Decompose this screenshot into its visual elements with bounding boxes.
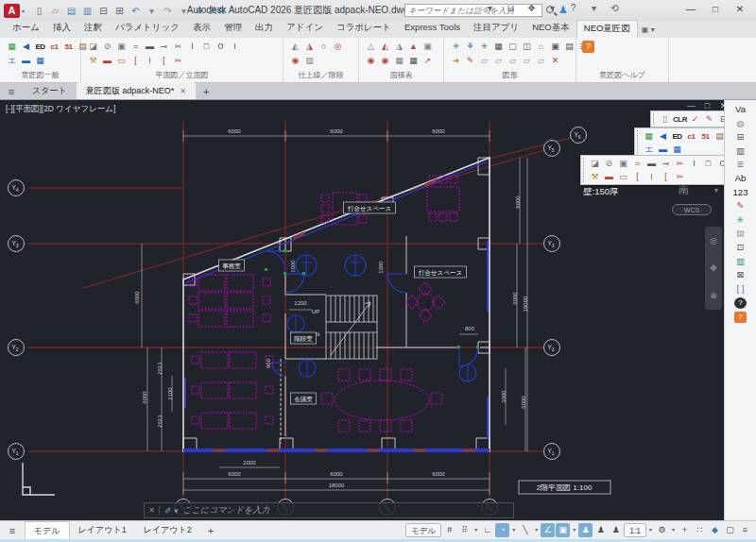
tool-icon[interactable]: ⚒ [87,55,99,67]
tool-icon[interactable]: ▥ [303,55,316,67]
frame-icon[interactable]: ⊡ [730,241,751,255]
tool-icon[interactable]: ✎ [703,113,715,126]
ortho-icon[interactable]: ∟ [480,523,494,537]
visual-style-icon[interactable]: Va [730,103,751,117]
command-input[interactable]: ここにコマンドを入力 [183,504,270,517]
ribbon-tab-表示[interactable]: 表示 [186,20,217,38]
plot-icon[interactable]: ⊟ [96,6,111,16]
new-file-icon[interactable]: ▯ [32,6,46,16]
tool-icon[interactable]: ✳ [478,41,490,53]
ribbon-tab-アドイン[interactable]: アドイン [280,20,330,38]
tool-icon[interactable]: ▣ [115,41,128,53]
tool-icon[interactable]: ⌂ [535,41,547,53]
tool-icon[interactable]: ➜ [450,55,462,67]
tool-icon[interactable]: ✳ [450,41,462,53]
clean-screen-icon[interactable]: ▢ [723,523,737,537]
tool-icon[interactable]: ✎ [464,55,476,67]
polar-tracking-icon[interactable]: ◔ [495,523,509,537]
scale-label[interactable]: 1:1 [624,523,646,537]
tool-icon[interactable]: △ [365,41,377,53]
osnap-tracking-icon[interactable]: ∠ [541,523,555,537]
logo-caret-icon[interactable]: ▾ [22,8,25,14]
tool-icon[interactable]: ✓ [689,113,701,126]
osnap-caret-icon[interactable]: ▾ [571,523,577,537]
tool-icon[interactable]: ◀ [657,130,669,143]
snap-icon[interactable]: ⠿ [457,523,472,537]
layout-tab-モデル[interactable]: モデル [25,521,70,539]
tool-icon[interactable]: ▲ [407,41,420,53]
tool-icon[interactable]: ＝ [129,41,142,53]
help-icon[interactable]: ? [566,3,580,13]
ribbon-group-label[interactable]: 図形 [446,70,574,82]
tool-icon[interactable]: ⚘ [464,41,476,53]
osnap-icon[interactable]: ▣ [556,523,570,537]
number-style-icon[interactable]: 123 [730,186,751,200]
command-tools-icon[interactable]: ✐ ▾ [160,506,183,516]
scale-caret-icon[interactable]: ▾ [647,523,654,537]
tool-icon[interactable]: ▭ [115,55,128,67]
tool-icon[interactable]: ✂ [674,158,686,170]
neo-help-icon[interactable]: ? [730,310,751,324]
graphics-performance-icon[interactable]: ◆ [708,523,722,537]
tool-icon[interactable]: ◉ [379,55,391,67]
tool-icon[interactable]: ✕ [549,55,561,67]
ribbon-group-label[interactable]: 仕上線／階段 [285,70,356,82]
tool-icon[interactable]: ▬ [101,55,113,67]
tool-icon[interactable]: ▣ [617,158,629,170]
annotation-scale-icon[interactable]: ♟ [609,523,623,537]
command-line[interactable]: ✕ ✐ ▾ ここにコマンドを入力 [144,502,514,518]
tool-icon[interactable]: ▬ [657,144,669,156]
layout-tab-レイアウト2[interactable]: レイアウト2 [135,521,200,539]
tool-icon[interactable]: ▦ [671,144,683,156]
help-icon[interactable]: ? [730,296,751,310]
tool-icon[interactable]: ↗ [421,55,434,67]
ribbon-group-label[interactable]: 平面図／立面図 [83,70,281,82]
annotation-plus-icon[interactable]: + [678,523,692,537]
search-caret-icon[interactable]: ▾ [483,3,497,13]
minimize-button[interactable]: — [679,0,703,19]
ribbon-tab-注目アプリ[interactable]: 注目アプリ [467,20,525,38]
tool-icon[interactable]: ▱ [492,55,505,67]
tool-icon[interactable]: ◮ [393,41,405,53]
new-layout-button[interactable]: + [200,525,221,536]
toolbar-grip[interactable] [583,158,586,182]
ribbon-group-label[interactable]: 意匠図ヘルプ [578,70,666,82]
tool-icon[interactable]: □ [200,41,213,53]
tool-icon[interactable]: ◫ [521,41,533,53]
tool-icon[interactable]: エ [6,55,18,67]
close-button[interactable]: ✕ [728,0,752,19]
tool-icon[interactable]: ◪ [87,41,99,53]
tool-icon[interactable]: ▦ [34,55,46,67]
tool-icon[interactable]: Ｉ [645,171,658,183]
print-icon[interactable]: ⊞ [112,6,127,16]
pan-icon[interactable]: ✥ [710,263,717,273]
zoom-icon[interactable]: ⊕ [710,291,717,300]
ribbon-tab-Express Tools[interactable]: Express Tools [398,20,467,38]
tool-icon[interactable]: [ [660,171,672,183]
ribbon-tab-NEO基本[interactable]: NEO基本 [525,20,576,38]
tool-icon[interactable]: ▱ [521,55,533,67]
xref-icon[interactable]: ⊠ [730,268,751,282]
tool-icon[interactable]: ⊸ [660,158,672,170]
tab-close-icon[interactable]: ✕ [180,87,186,95]
tool-icon[interactable]: ▱ [507,55,519,67]
isodraft-caret-icon[interactable]: ▾ [533,523,540,537]
help-caret-icon[interactable]: ▾ [587,3,601,13]
tab-start[interactable]: スタート [23,82,77,99]
tool-icon[interactable]: ▭ [617,171,629,183]
tool-icon[interactable]: ▤ [563,41,576,53]
material-icon[interactable]: ▥ [730,144,751,159]
tool-icon[interactable]: ED [671,130,683,143]
share-icon[interactable]: ✈ [193,6,207,16]
tool-icon[interactable]: ◮ [303,41,316,53]
viewport-controls-label[interactable]: [-][平面図][2D ワイヤフレーム] [6,104,115,115]
brackets-icon[interactable]: [ ] [730,282,751,296]
tool-icon[interactable]: ▬ [144,41,156,53]
tool-icon[interactable]: [ [129,55,142,67]
toolbar-grip[interactable] [637,130,640,155]
tool-icon[interactable]: Ｏ [215,41,227,53]
ribbon-tab-コラボレート[interactable]: コラボレート [330,20,398,38]
tool-icon[interactable]: [ [158,55,170,67]
tool-icon[interactable]: c1 [48,41,60,53]
tool-icon[interactable]: ⊸ [158,41,170,53]
